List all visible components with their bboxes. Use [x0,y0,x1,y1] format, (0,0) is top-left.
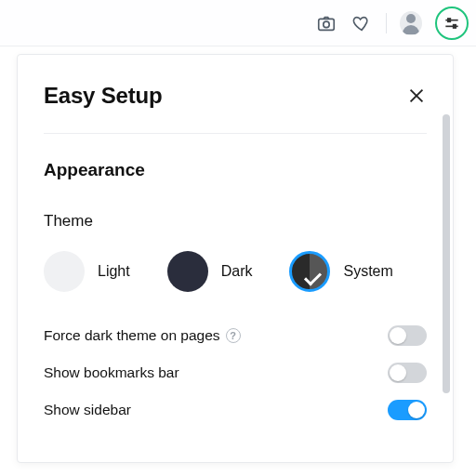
toggle-force-dark[interactable] [388,325,427,346]
theme-option-system[interactable]: System [289,251,392,292]
theme-swatch-light [44,251,85,292]
theme-swatch-system [289,251,330,292]
panel-scrollbar[interactable] [443,114,450,393]
easy-setup-button[interactable] [435,7,469,40]
row-sidebar: Show sidebar [44,400,427,420]
theme-option-dark[interactable]: Dark [167,251,253,292]
divider [44,133,427,134]
theme-options: Light Dark System [44,251,427,292]
theme-swatch-dark [167,251,208,292]
panel-title: Easy Setup [44,83,162,109]
svg-rect-4 [448,19,451,21]
theme-heading: Theme [44,212,427,231]
theme-label-system: System [343,263,392,280]
section-heading-appearance: Appearance [44,160,427,180]
help-icon[interactable]: ? [226,328,241,343]
close-button[interactable] [406,86,427,106]
toolbar-divider [386,13,387,33]
toggle-bookmarks[interactable] [388,363,427,383]
label-bookmarks: Show bookmarks bar [44,364,179,381]
theme-option-light[interactable]: Light [44,251,130,292]
svg-rect-5 [454,24,456,27]
row-bookmarks: Show bookmarks bar [44,363,427,383]
theme-label-dark: Dark [221,263,253,280]
svg-point-1 [324,21,329,27]
user-avatar-icon[interactable] [400,12,422,34]
theme-label-light: Light [98,263,130,280]
top-toolbar [0,0,476,46]
toggle-sidebar[interactable] [388,400,427,420]
easy-setup-panel: Easy Setup Appearance Theme Light Dark S… [17,54,454,463]
label-sidebar: Show sidebar [44,402,131,418]
svg-rect-0 [319,19,335,30]
camera-icon[interactable] [315,12,337,34]
row-force-dark: Force dark theme on pages ? [44,325,427,346]
heart-icon[interactable] [350,12,373,34]
label-force-dark: Force dark theme on pages [44,327,220,344]
